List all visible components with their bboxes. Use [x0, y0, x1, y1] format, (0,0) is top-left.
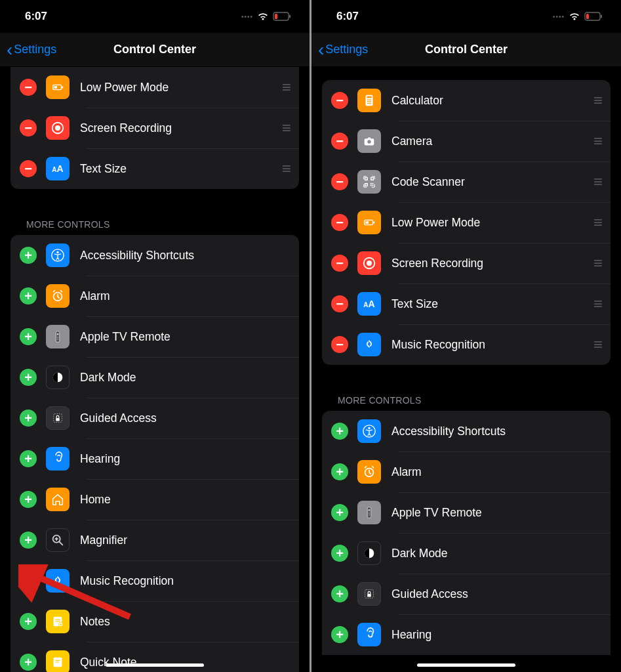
- control-label: Dark Mode: [391, 547, 601, 560]
- control-row-hearing: +Hearing: [10, 438, 299, 479]
- add-button[interactable]: +: [20, 450, 37, 467]
- remove-button[interactable]: −: [331, 173, 348, 190]
- svg-rect-49: [373, 221, 374, 224]
- svg-point-34: [369, 99, 370, 100]
- svg-point-35: [370, 99, 371, 100]
- status-time: 6:07: [25, 10, 47, 23]
- more-group: +Accessibility Shortcuts+Alarm+Apple TV …: [322, 411, 611, 655]
- control-label: Hearing: [391, 628, 601, 642]
- remove-button[interactable]: −: [331, 336, 348, 353]
- drag-handle-icon[interactable]: [593, 295, 601, 313]
- darkmode-icon: [357, 541, 381, 565]
- control-row-low-power-mode: −Low Power Mode: [322, 202, 611, 243]
- remove-button[interactable]: −: [331, 133, 348, 150]
- control-label: Home: [80, 493, 290, 507]
- svg-point-55: [368, 427, 370, 429]
- control-row-hearing: +Hearing: [322, 614, 611, 655]
- add-button[interactable]: +: [331, 463, 348, 480]
- record-icon: [357, 251, 381, 275]
- add-button[interactable]: +: [20, 328, 37, 345]
- control-row-music-recognition: −Music Recognition: [322, 324, 611, 365]
- control-row-screen-recording: −Screen Recording: [10, 108, 299, 148]
- remove-button[interactable]: −: [20, 79, 37, 96]
- status-time: 6:07: [336, 10, 359, 23]
- control-label: Quick Note: [80, 656, 290, 669]
- control-row-apple-tv-remote: +Apple TV Remote: [322, 492, 611, 533]
- remove-button[interactable]: −: [331, 214, 348, 231]
- control-row-home: +Home: [10, 479, 299, 520]
- remove-button[interactable]: −: [331, 295, 348, 312]
- add-button[interactable]: +: [20, 247, 37, 264]
- svg-rect-4: [62, 86, 63, 89]
- svg-rect-2: [275, 14, 277, 19]
- add-button[interactable]: +: [20, 572, 37, 589]
- drag-handle-icon[interactable]: [593, 213, 601, 232]
- control-label: Guided Access: [80, 411, 290, 425]
- home-indicator[interactable]: [106, 663, 204, 667]
- ear-icon: [357, 623, 381, 646]
- remove-button[interactable]: −: [20, 160, 37, 177]
- svg-point-41: [370, 103, 371, 104]
- svg-point-13: [57, 337, 58, 337]
- svg-point-14: [57, 339, 58, 339]
- svg-point-36: [367, 101, 369, 102]
- control-label: Accessibility Shortcuts: [391, 425, 601, 438]
- svg-rect-46: [371, 185, 372, 186]
- control-row-guided-access: +Guided Access: [10, 398, 299, 438]
- add-button[interactable]: +: [20, 491, 37, 508]
- drag-handle-icon[interactable]: [282, 78, 290, 96]
- add-button[interactable]: +: [331, 626, 348, 643]
- control-label: Guided Access: [391, 587, 601, 601]
- drag-handle-icon[interactable]: [593, 91, 601, 110]
- remove-button[interactable]: −: [331, 255, 348, 272]
- home-icon: [46, 488, 70, 511]
- svg-rect-32: [367, 96, 371, 98]
- control-row-code-scanner: −Code Scanner: [322, 161, 611, 202]
- drag-handle-icon[interactable]: [593, 173, 601, 191]
- control-row-alarm: +Alarm: [10, 276, 299, 316]
- add-button[interactable]: +: [20, 654, 37, 671]
- add-button[interactable]: +: [20, 410, 37, 427]
- svg-point-19: [52, 575, 64, 587]
- svg-rect-5: [54, 86, 58, 89]
- svg-rect-50: [366, 221, 369, 224]
- wifi-icon: [569, 12, 580, 21]
- control-label: Calculator: [391, 94, 593, 108]
- drag-handle-icon[interactable]: [593, 254, 601, 272]
- drag-handle-icon[interactable]: [593, 132, 601, 150]
- nav-bar: ‹ Settings Control Center: [0, 33, 310, 67]
- svg-rect-57: [367, 507, 371, 518]
- add-button[interactable]: +: [331, 585, 348, 602]
- drag-handle-icon[interactable]: [282, 159, 290, 178]
- calculator-icon: [357, 89, 381, 112]
- control-label: Camera: [391, 135, 593, 148]
- add-button[interactable]: +: [20, 287, 37, 304]
- control-row-magnifier: +Magnifier: [10, 520, 299, 560]
- svg-point-9: [56, 251, 58, 253]
- drag-handle-icon[interactable]: [282, 119, 290, 137]
- svg-point-33: [367, 99, 369, 100]
- svg-point-39: [367, 103, 369, 104]
- textsize-icon: AA: [46, 157, 70, 180]
- battery-icon: [46, 75, 70, 99]
- add-button[interactable]: +: [20, 532, 37, 549]
- remove-button[interactable]: −: [20, 119, 37, 136]
- add-button[interactable]: +: [331, 423, 348, 440]
- add-button[interactable]: +: [20, 613, 37, 630]
- magnifier-icon: [46, 528, 70, 552]
- svg-point-43: [367, 140, 371, 144]
- svg-rect-63: [367, 594, 371, 597]
- home-indicator[interactable]: [417, 663, 515, 667]
- included-group: −Low Power Mode−Screen Recording−AAText …: [10, 67, 299, 189]
- lock-icon: [357, 582, 381, 606]
- control-label: Code Scanner: [391, 175, 593, 189]
- control-label: Dark Mode: [80, 371, 290, 385]
- add-button[interactable]: +: [331, 545, 348, 562]
- control-label: Hearing: [80, 452, 290, 466]
- control-row-notes: +Notes: [10, 601, 299, 642]
- drag-handle-icon[interactable]: [593, 335, 601, 354]
- add-button[interactable]: +: [20, 369, 37, 386]
- remove-button[interactable]: −: [331, 92, 348, 109]
- add-button[interactable]: +: [331, 504, 348, 521]
- control-row-quick-note: +Quick Note: [10, 642, 299, 672]
